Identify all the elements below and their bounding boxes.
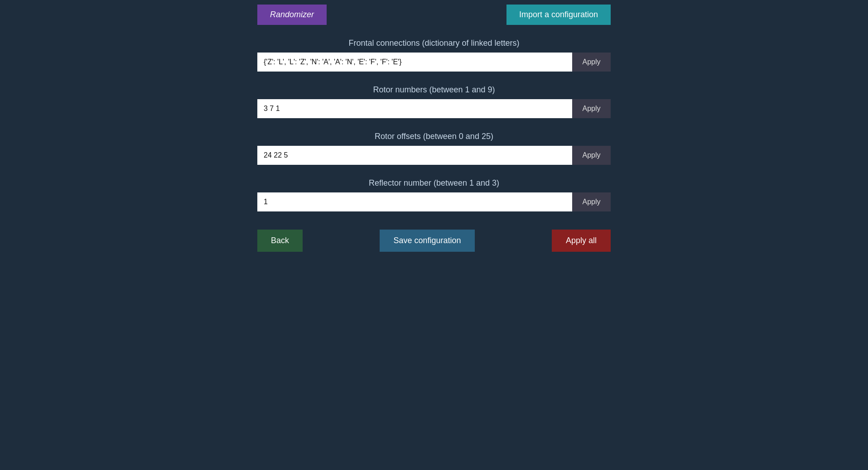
rotor-offsets-label: Rotor offsets (between 0 and 25) [257,132,611,141]
reflector-number-input[interactable] [257,192,572,211]
frontal-connections-input[interactable] [257,53,572,72]
frontal-connections-label: Frontal connections (dictionary of linke… [257,38,611,48]
rotor-numbers-input-row: Apply [257,99,611,118]
rotor-numbers-input[interactable] [257,99,572,118]
rotor-numbers-label: Rotor numbers (between 1 and 9) [257,85,611,95]
rotor-offsets-section: Rotor offsets (between 0 and 25) Apply [257,132,611,165]
frontal-connections-section: Frontal connections (dictionary of linke… [257,38,611,72]
apply-all-button[interactable]: Apply all [552,230,611,252]
bottom-buttons-row: Back Save configuration Apply all [257,230,611,252]
rotor-offsets-input-row: Apply [257,146,611,165]
page-wrapper: Randomizer Import a configuration Fronta… [0,0,868,470]
reflector-number-section: Reflector number (between 1 and 3) Apply [257,178,611,211]
rotor-offsets-input[interactable] [257,146,572,165]
back-button[interactable]: Back [257,230,303,252]
randomizer-button[interactable]: Randomizer [257,5,327,25]
top-buttons-row: Randomizer Import a configuration [257,5,611,25]
rotor-numbers-apply-button[interactable]: Apply [572,99,611,118]
frontal-connections-apply-button[interactable]: Apply [572,53,611,72]
reflector-number-input-row: Apply [257,192,611,211]
reflector-number-label: Reflector number (between 1 and 3) [257,178,611,188]
rotor-numbers-section: Rotor numbers (between 1 and 9) Apply [257,85,611,118]
frontal-connections-input-row: Apply [257,53,611,72]
reflector-number-apply-button[interactable]: Apply [572,192,611,211]
save-configuration-button[interactable]: Save configuration [380,230,474,252]
import-config-button[interactable]: Import a configuration [506,5,611,25]
rotor-offsets-apply-button[interactable]: Apply [572,146,611,165]
